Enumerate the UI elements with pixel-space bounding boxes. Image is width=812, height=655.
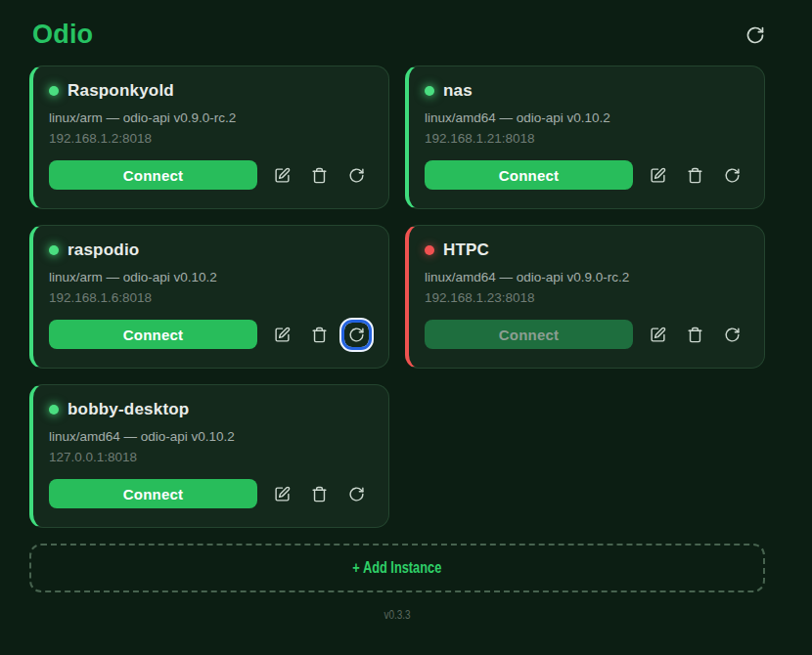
status-dot	[49, 245, 59, 255]
delete-instance-button[interactable]	[683, 323, 707, 347]
instance-address: 192.168.1.21:8018	[425, 131, 744, 146]
connect-button[interactable]: Connect	[425, 160, 633, 190]
status-dot	[425, 245, 434, 255]
edit-icon	[650, 167, 666, 184]
refresh-instance-button[interactable]	[720, 163, 744, 188]
instance-address: 192.168.1.23:8018	[425, 290, 744, 305]
edit-instance-button[interactable]	[270, 482, 294, 506]
edit-icon	[274, 327, 291, 343]
refresh-instance-button[interactable]	[720, 323, 744, 347]
card-header: bobby-desktop	[49, 400, 369, 419]
instance-address: 192.168.1.6:8018	[49, 290, 369, 305]
instance-card: nas linux/amd64 — odio-api v0.10.2 192.1…	[405, 66, 765, 209]
app-version: v0.3.3	[29, 608, 765, 622]
app-title: Odio	[32, 20, 93, 50]
delete-instance-button[interactable]	[307, 323, 332, 347]
instance-name: raspodio	[68, 240, 139, 260]
delete-instance-button[interactable]	[307, 163, 332, 188]
delete-instance-button[interactable]	[307, 482, 332, 506]
refresh-icon	[724, 167, 741, 184]
instance-meta: linux/amd64 — odio-api v0.10.2	[425, 110, 744, 125]
edit-instance-button[interactable]	[270, 323, 294, 347]
trash-icon	[311, 167, 328, 184]
instance-card: bobby-desktop linux/amd64 — odio-api v0.…	[29, 384, 389, 528]
trash-icon	[311, 486, 328, 502]
edit-icon	[650, 327, 666, 343]
refresh-icon	[745, 25, 765, 45]
card-actions: Connect	[425, 320, 744, 349]
edit-icon	[274, 167, 291, 184]
refresh-icon	[348, 327, 365, 343]
instance-grid: Rasponkyold linux/arm — odio-api v0.9.0-…	[29, 66, 765, 528]
card-header: raspodio	[49, 240, 369, 260]
trash-icon	[687, 167, 703, 184]
add-instance-button[interactable]: + Add Instance	[29, 544, 765, 592]
trash-icon	[687, 327, 703, 343]
refresh-instance-button[interactable]	[344, 323, 369, 347]
edit-instance-button[interactable]	[270, 163, 294, 188]
status-dot	[425, 86, 434, 96]
instance-meta: linux/amd64 — odio-api v0.9.0-rc.2	[425, 270, 744, 284]
connect-button[interactable]: Connect	[49, 160, 257, 190]
add-instance-label: + Add Instance	[353, 559, 442, 577]
refresh-instance-button[interactable]	[344, 482, 369, 506]
instance-card: HTPC linux/amd64 — odio-api v0.9.0-rc.2 …	[405, 225, 765, 369]
card-actions: Connect	[49, 160, 369, 190]
delete-instance-button[interactable]	[683, 163, 707, 188]
trash-icon	[311, 327, 328, 343]
card-actions: Connect	[49, 479, 369, 508]
instance-meta: linux/amd64 — odio-api v0.10.2	[49, 429, 369, 444]
instance-meta: linux/arm — odio-api v0.9.0-rc.2	[49, 110, 369, 125]
edit-instance-button[interactable]	[646, 163, 670, 188]
card-header: HTPC	[425, 240, 744, 260]
instance-address: 192.168.1.2:8018	[49, 131, 369, 146]
instance-card: raspodio linux/arm — odio-api v0.10.2 19…	[29, 225, 389, 369]
status-dot	[49, 86, 59, 96]
edit-instance-button[interactable]	[646, 323, 670, 347]
instance-name: Rasponkyold	[68, 81, 174, 101]
refresh-icon	[348, 486, 365, 502]
card-header: Rasponkyold	[49, 81, 369, 101]
card-actions: Connect	[425, 160, 744, 190]
app-header: Odio	[29, 0, 765, 50]
connect-button[interactable]: Connect	[49, 320, 257, 349]
instance-meta: linux/arm — odio-api v0.10.2	[49, 270, 369, 284]
edit-icon	[274, 486, 291, 502]
refresh-icon	[348, 167, 365, 184]
refresh-all-button[interactable]	[742, 22, 769, 49]
instance-name: nas	[443, 81, 473, 101]
instance-address: 127.0.0.1:8018	[49, 450, 369, 464]
app-container: Odio Rasponkyold linux/arm — odio-api v0…	[29, 0, 765, 622]
connect-button[interactable]: Connect	[49, 479, 257, 508]
card-header: nas	[425, 81, 744, 101]
instance-name: bobby-desktop	[68, 400, 189, 419]
refresh-instance-button[interactable]	[344, 163, 369, 188]
connect-button[interactable]: Connect	[425, 320, 633, 349]
status-dot	[49, 405, 59, 415]
refresh-icon	[724, 327, 741, 343]
instance-name: HTPC	[443, 240, 489, 260]
card-actions: Connect	[49, 320, 369, 349]
instance-card: Rasponkyold linux/arm — odio-api v0.9.0-…	[29, 66, 389, 209]
